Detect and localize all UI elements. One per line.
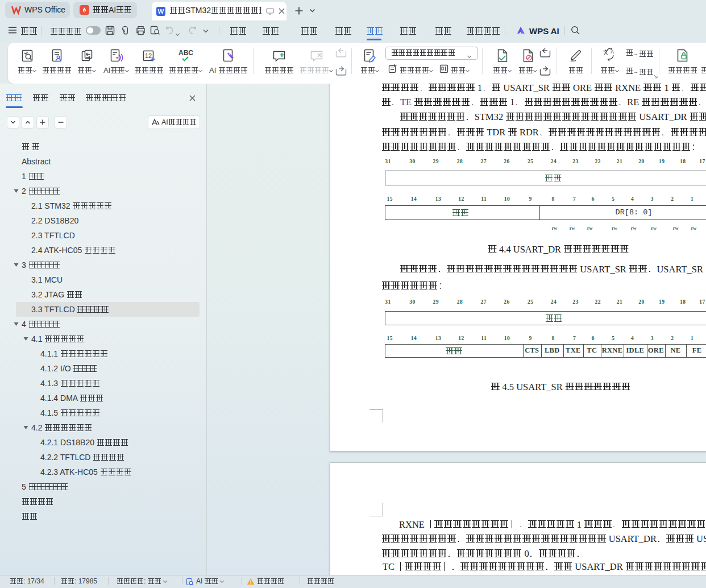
svg-text:12: 12 [145,52,152,59]
svg-text:ABC: ABC [178,49,193,57]
